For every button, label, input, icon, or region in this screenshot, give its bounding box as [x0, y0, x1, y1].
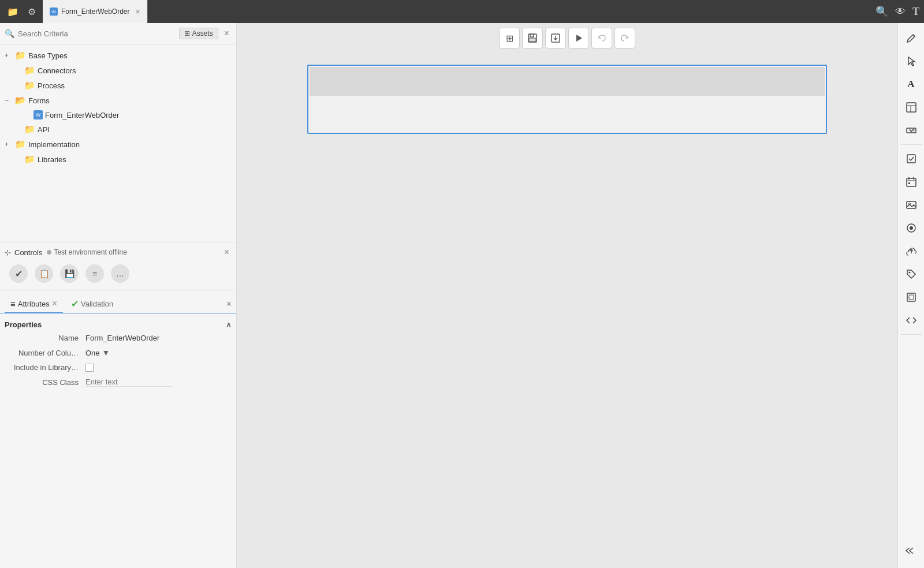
prop-name-value: Form_EnterWebOrder [85, 334, 232, 342]
tab-file-icon: W [50, 8, 58, 16]
search-top-icon[interactable]: 🔍 [875, 5, 888, 18]
folder-icon[interactable]: 📁 [5, 4, 21, 20]
svg-rect-1 [530, 34, 534, 37]
prop-css-input[interactable] [85, 378, 172, 387]
collapse-panel-button[interactable] [901, 540, 922, 561]
radio-tool-button[interactable] [901, 218, 922, 238]
table-tool-button[interactable] [901, 97, 922, 118]
assets-panel: 🔍 ⊞ Assets × + 📁 Base Types [0, 23, 236, 242]
grid-button[interactable]: ⊞ [499, 28, 520, 48]
folder-icon: 📁 [15, 139, 26, 150]
prop-name-label: Name [5, 334, 85, 342]
canvas-area: ⊞ [237, 23, 897, 568]
text-tool-button[interactable]: A [901, 74, 922, 95]
image-tool-button[interactable] [901, 195, 922, 215]
search-bar: 🔍 ⊞ Assets × [0, 23, 236, 44]
dropdown-tool-button[interactable] [901, 120, 922, 141]
main-layout: 🔍 ⊞ Assets × + 📁 Base Types [0, 23, 924, 568]
prop-library-label: Include in Library… [5, 363, 85, 372]
properties-header: Properties ∧ [5, 318, 232, 334]
folder-icon-open: 📂 [15, 95, 26, 106]
svg-rect-2 [529, 38, 536, 42]
tree-label-connectors: Connectors [38, 66, 76, 75]
canvas-toolbar: ⊞ [237, 23, 897, 53]
controls-title: ⊹ Controls [5, 248, 42, 257]
assets-badge[interactable]: ⊞ Assets [179, 28, 218, 39]
tab-bar: W Form_EnterWebOrder × [43, 0, 148, 23]
ctrl-doc-icon[interactable]: 📋 [35, 264, 53, 283]
tag-tool-button[interactable] [901, 264, 922, 285]
settings-icon[interactable]: ⚙ [25, 4, 38, 20]
calendar-tool-button[interactable] [901, 171, 922, 192]
attributes-tab-label: Attributes [18, 300, 50, 308]
active-tab-label: Form_EnterWebOrder [61, 8, 129, 16]
right-panel: A [897, 23, 924, 568]
run-button[interactable] [568, 28, 589, 48]
tree-item-process[interactable]: 📁 Process [0, 78, 236, 93]
tab-close-button[interactable]: × [135, 7, 140, 16]
controls-icons-row: ✔ 📋 💾 ≡ … [5, 262, 232, 285]
ctrl-check-icon[interactable]: ✔ [9, 264, 28, 283]
tree-container: + 📁 Base Types 📁 Connectors 📁 Process [0, 44, 236, 242]
tree-label-implementation: Implementation [28, 140, 80, 149]
redo-button[interactable] [614, 28, 635, 48]
active-tab[interactable]: W Form_EnterWebOrder × [43, 0, 148, 23]
preview-icon[interactable]: 👁 [895, 6, 906, 18]
properties-section: Properties ∧ Name Form_EnterWebOrder Num… [0, 313, 236, 568]
assets-badge-label: Assets [192, 29, 213, 38]
tree-item-base-types[interactable]: + 📁 Base Types [0, 48, 236, 63]
tree-item-api[interactable]: 📁 API [0, 122, 236, 137]
attributes-tab[interactable]: ≡ Attributes × [5, 295, 63, 313]
controls-icon: ⊹ [5, 248, 11, 257]
svg-point-22 [910, 226, 913, 230]
tree-item-libraries[interactable]: 📁 Libraries [0, 152, 236, 167]
ctrl-db-icon[interactable]: 💾 [60, 264, 79, 283]
attributes-tab-close[interactable]: × [52, 298, 57, 309]
ctrl-list-icon[interactable]: ≡ [85, 264, 104, 283]
top-bar-right: 🔍 👁 T [875, 5, 919, 18]
tree-item-implementation[interactable]: + 📁 Implementation [0, 137, 236, 152]
tree-item-connectors[interactable]: 📁 Connectors [0, 63, 236, 78]
text-icon[interactable]: T [912, 6, 919, 18]
save-button[interactable] [522, 28, 543, 48]
assets-badge-icon: ⊞ [184, 29, 190, 38]
validation-check-icon: ✔ [71, 298, 79, 309]
properties-collapse-button[interactable]: ∧ [226, 320, 232, 329]
prop-columns-select[interactable]: One ▼ [85, 348, 110, 357]
pointer-tool-button[interactable] [901, 51, 922, 72]
svg-marker-6 [576, 35, 582, 42]
svg-rect-25 [909, 295, 914, 300]
checkbox-tool-button[interactable] [901, 148, 922, 169]
validation-tab-label: Validation [81, 300, 113, 308]
folder-icon: 📁 [15, 50, 26, 61]
assets-close-button[interactable]: × [222, 28, 232, 39]
tree-item-forms[interactable]: − 📂 Forms [0, 93, 236, 108]
upload-tool-button[interactable] [901, 241, 922, 261]
tree-label-libraries: Libraries [38, 155, 66, 164]
prop-library-checkbox[interactable] [85, 364, 94, 372]
search-input[interactable] [18, 29, 176, 38]
tree-item-form-file[interactable]: W Form_EnterWebOrder [0, 108, 236, 122]
panel-close-button[interactable]: × [226, 299, 232, 309]
svg-rect-24 [907, 293, 915, 301]
tree-label-forms: Forms [28, 96, 50, 105]
canvas-content [237, 53, 897, 568]
ctrl-more-icon[interactable]: … [111, 264, 129, 283]
code-tool-button[interactable] [901, 310, 922, 331]
controls-close-button[interactable]: × [222, 247, 232, 257]
frame-tool-button[interactable] [901, 287, 922, 308]
expand-icon: − [5, 96, 13, 104]
right-divider [901, 144, 922, 145]
folder-icon: 📁 [24, 80, 35, 91]
property-name-row: Name Form_EnterWebOrder [5, 334, 232, 342]
attr-list-icon: ≡ [10, 299, 16, 309]
form-canvas [307, 65, 827, 134]
status-dot [47, 250, 51, 255]
undo-button[interactable] [591, 28, 612, 48]
import-button[interactable] [545, 28, 566, 48]
edit-tool-button[interactable] [901, 28, 922, 48]
svg-line-7 [913, 35, 915, 36]
folder-icon: 📁 [24, 154, 35, 165]
validation-tab[interactable]: ✔ Validation [65, 295, 119, 313]
prop-columns-label: Number of Colu… [5, 349, 85, 357]
